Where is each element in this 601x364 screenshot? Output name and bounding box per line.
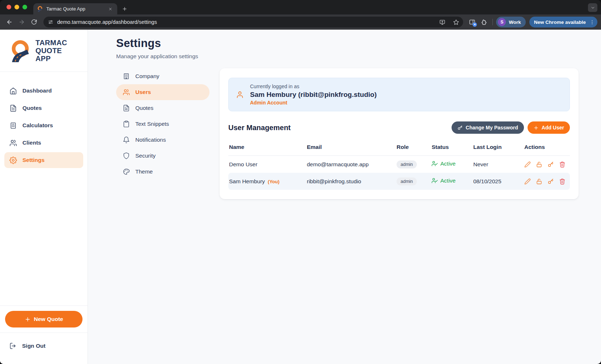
arrow-left-icon xyxy=(6,19,13,25)
menu-dots-icon[interactable] xyxy=(589,19,595,25)
app-content: TARMAC QUOTE APP DashboardQuotesCalculat… xyxy=(0,30,601,364)
sidebar-item-dashboard[interactable]: Dashboard xyxy=(4,83,83,99)
tab-strip: Tarmac Quote App xyxy=(0,0,601,14)
unlock-icon xyxy=(536,161,542,168)
user-check-icon xyxy=(432,160,438,167)
chrome-update-label: New Chrome available xyxy=(534,20,586,25)
sidebar-item-clients[interactable]: Clients xyxy=(4,135,83,151)
lock-user-button[interactable] xyxy=(536,178,542,185)
close-window-button[interactable] xyxy=(7,5,11,9)
settings-tab-label: Theme xyxy=(135,168,153,175)
settings-tab-label: Company xyxy=(135,73,159,80)
settings-tab-notifications[interactable]: Notifications xyxy=(116,132,209,148)
user-email: demo@tarmacquote.app xyxy=(307,161,397,168)
zoom-window-button[interactable] xyxy=(22,5,27,9)
file-text-icon xyxy=(9,104,17,112)
pencil-icon xyxy=(524,161,531,168)
reset-password-button[interactable] xyxy=(547,178,554,185)
settings-tab-company[interactable]: Company xyxy=(116,68,209,84)
calculator-icon xyxy=(9,122,17,129)
side-panel-button[interactable]: ★ xyxy=(467,17,478,27)
sign-out-section: Sign Out xyxy=(0,333,88,364)
users-icon xyxy=(123,89,130,96)
file-text-icon xyxy=(123,104,130,112)
new-quote-label: New Quote xyxy=(34,316,63,322)
main-panel: Settings Manage your application setting… xyxy=(88,30,601,364)
gear-icon xyxy=(9,157,17,164)
sidebar-nav: DashboardQuotesCalculatorsClientsSetting… xyxy=(0,72,88,168)
reload-button[interactable] xyxy=(28,16,40,28)
settings-tab-theme[interactable]: Theme xyxy=(116,164,209,180)
favicon xyxy=(37,6,43,12)
table-row: Sam Hembury(You)ribbit@pinkfrog.studioad… xyxy=(228,173,570,190)
settings-tab-snippets[interactable]: Text Snippets xyxy=(116,116,209,132)
building-icon xyxy=(123,73,130,80)
puzzle-icon xyxy=(481,19,487,25)
sidebar: TARMAC QUOTE APP DashboardQuotesCalculat… xyxy=(0,30,88,364)
chevron-down-icon xyxy=(591,5,595,10)
new-quote-section: New Quote xyxy=(0,305,88,333)
sidebar-item-label: Calculators xyxy=(22,122,53,129)
address-bar[interactable]: demo.tarmacquote.app/dashboard/settings xyxy=(43,17,463,27)
settings-tab-label: Quotes xyxy=(135,105,153,111)
settings-tab-label: Notifications xyxy=(135,137,166,143)
sidebar-spacer xyxy=(0,168,88,305)
sidebar-item-settings[interactable]: Settings xyxy=(4,152,83,168)
sidebar-item-quotes[interactable]: Quotes xyxy=(4,100,83,116)
settings-tab-quotes[interactable]: Quotes xyxy=(116,100,209,116)
role-badge: admin xyxy=(397,160,417,168)
col-header-actions: Actions xyxy=(524,144,570,150)
minimize-window-button[interactable] xyxy=(14,5,19,9)
lock-user-button[interactable] xyxy=(536,161,542,168)
person-icon xyxy=(236,91,244,99)
delete-user-button[interactable] xyxy=(559,178,566,185)
browser-tab[interactable]: Tarmac Quote App xyxy=(33,3,117,14)
new-tab-button[interactable] xyxy=(119,4,130,14)
sign-out-button[interactable]: Sign Out xyxy=(9,342,78,350)
chrome-update-button[interactable]: New Chrome available xyxy=(529,17,597,27)
settings-nav: CompanyUsersQuotesText SnippetsNotificat… xyxy=(116,68,209,180)
window-controls[interactable] xyxy=(7,5,27,9)
site-info-icon[interactable] xyxy=(48,19,54,25)
edit-user-button[interactable] xyxy=(524,178,531,185)
col-header-role: Role xyxy=(397,144,432,150)
add-user-button[interactable]: Add User xyxy=(528,121,570,134)
settings-tab-users[interactable]: Users xyxy=(116,84,209,100)
profile-label: Work xyxy=(509,20,521,25)
col-header-email: Email xyxy=(307,144,397,150)
users-table: NameEmailRoleStatusLast LoginActions Dem… xyxy=(228,141,570,190)
profile-chip[interactable]: S Work xyxy=(496,17,526,27)
url-text[interactable]: demo.tarmacquote.app/dashboard/settings xyxy=(57,19,433,25)
profile-avatar: S xyxy=(498,18,506,26)
logged-in-user: Sam Hembury (ribbit@pinkfrog.studio) xyxy=(250,91,377,99)
pencil-icon xyxy=(524,178,531,185)
back-button[interactable] xyxy=(4,16,15,28)
clipboard-icon xyxy=(123,120,130,128)
users-icon xyxy=(9,139,17,147)
account-badge: Admin Account xyxy=(250,100,377,106)
browser-window: Tarmac Quote App demo.tarmacquote.app/da… xyxy=(0,0,601,364)
page-subtitle: Manage your application settings xyxy=(116,53,579,60)
user-name: Demo User xyxy=(229,161,257,168)
settings-tab-security[interactable]: Security xyxy=(116,148,209,164)
install-app-icon[interactable] xyxy=(437,17,447,27)
close-tab-icon[interactable] xyxy=(107,6,114,12)
edit-user-button[interactable] xyxy=(524,161,531,168)
unlock-icon xyxy=(536,178,542,185)
status-badge: Active xyxy=(432,177,456,184)
tab-search-button[interactable] xyxy=(588,3,597,12)
new-quote-button[interactable]: New Quote xyxy=(5,311,82,327)
delete-user-button[interactable] xyxy=(559,161,566,168)
sidebar-item-label: Quotes xyxy=(22,105,42,111)
reset-password-button[interactable] xyxy=(547,161,554,168)
bookmark-star-icon[interactable] xyxy=(451,17,461,27)
bell-icon xyxy=(123,136,130,144)
section-title: User Management xyxy=(228,124,291,132)
sidebar-item-calculators[interactable]: Calculators xyxy=(4,117,83,133)
last-login: Never xyxy=(473,161,524,168)
change-password-button[interactable]: Change My Password xyxy=(452,121,524,134)
forward-button[interactable] xyxy=(16,16,27,28)
users-card: Currently logged in as Sam Hembury (ribb… xyxy=(220,68,579,199)
user-email: ribbit@pinkfrog.studio xyxy=(307,178,397,185)
extensions-button[interactable] xyxy=(478,17,489,27)
